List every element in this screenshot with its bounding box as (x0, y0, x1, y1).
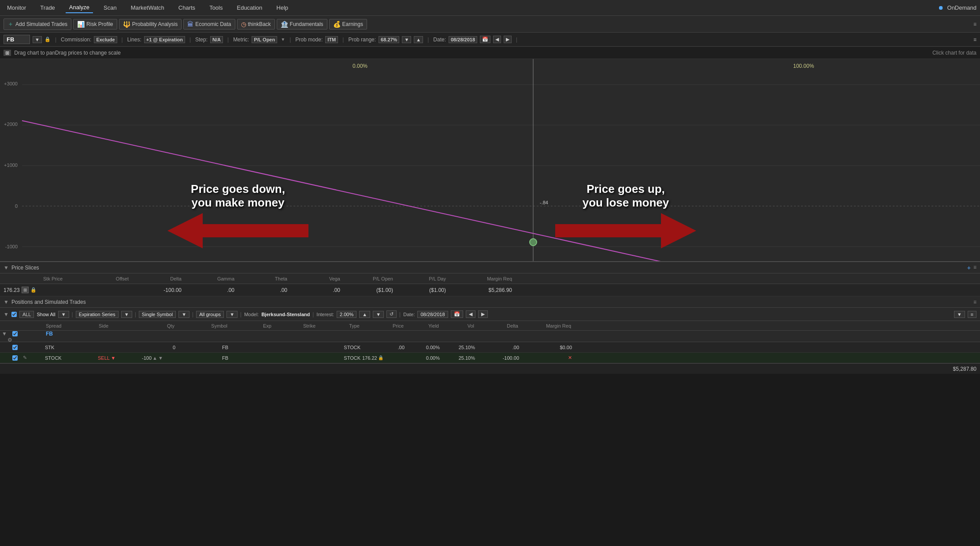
fundamentals-button[interactable]: 🏦 Fundamentals (277, 19, 327, 30)
nav-monitor[interactable]: Monitor (4, 3, 30, 13)
nav-education[interactable]: Education (233, 3, 266, 13)
pos-all-button[interactable]: ALL (19, 311, 34, 318)
date-label2: Date: (403, 312, 415, 317)
col-h-side: Side (97, 323, 141, 328)
col-h-vol: Vol (441, 323, 476, 328)
svg-marker-67 (555, 213, 696, 248)
col-h-symbol: Symbol (176, 323, 229, 328)
fb-gear-icon[interactable]: ⚙ (7, 337, 12, 343)
symbol-input[interactable] (4, 35, 30, 44)
economic-data-button[interactable]: 🏛 Economic Data (183, 19, 235, 30)
thinkback-button[interactable]: ◷ thinkBack (237, 19, 275, 30)
delta-cell: -100.00 (132, 287, 185, 293)
trade-row-2: ✎ STOCK SELL ▼ -100 ▲ ▼ FB STOCK 176.22 … (0, 353, 980, 363)
settings-menu-icon[interactable]: ≡ (973, 37, 976, 43)
probability-analysis-button[interactable]: 🔱 Probability Analysis (119, 19, 182, 30)
row2-yield: 0.00% (405, 355, 441, 361)
price-slices-table-header: Stk Price Offset Delta Gamma Theta Vega … (0, 273, 980, 284)
fb-group-label: FB (44, 331, 978, 337)
prob-range-down[interactable]: ▼ (402, 36, 411, 43)
prob-range-value[interactable]: 68.27% (379, 36, 399, 43)
col-h-qty: Qty (141, 323, 176, 328)
pos-exp-series[interactable]: Expiration Series (76, 311, 119, 318)
bottom-total-row: $5,287.80 (0, 363, 980, 374)
nav-charts[interactable]: Charts (175, 3, 199, 13)
date-nav-right[interactable]: ▶ (504, 36, 512, 43)
pos-all-groups[interactable]: All groups (196, 311, 224, 318)
fb-group-checkbox[interactable] (12, 331, 18, 336)
pos-single-symbol[interactable]: Single Symbol (139, 311, 176, 318)
row1-symbol: FB (176, 345, 229, 350)
economic-icon: 🏛 (187, 21, 193, 28)
date-nav-left[interactable]: ◀ (493, 36, 501, 43)
qty-stepper-down[interactable]: ▼ (158, 355, 163, 361)
click-hint: Click chart for data (932, 50, 976, 56)
step-value[interactable]: N/A (210, 36, 223, 43)
info-bar: ⊞ Drag chart to panDrag prices to change… (0, 47, 980, 59)
svg-text:-1000: -1000 (5, 244, 18, 249)
pos-expand-all[interactable]: ▼ (4, 311, 9, 317)
nav-marketwatch[interactable]: MarketWatch (127, 3, 168, 13)
date-left2[interactable]: ◀ (466, 310, 475, 318)
interest-down[interactable]: ▼ (373, 311, 384, 318)
prob-range-up[interactable]: ▲ (414, 36, 423, 43)
pos-toolbar-list[interactable]: ≡ (968, 311, 976, 318)
commission-value[interactable]: Exclude (94, 36, 117, 43)
nav-trade[interactable]: Trade (37, 3, 58, 13)
row2-icon1: ✎ (23, 355, 33, 361)
add-slice-button[interactable]: + (967, 264, 971, 271)
pos-dropdown1[interactable]: ▼ (58, 311, 69, 318)
fb-expand-icon[interactable]: ▼ (2, 331, 12, 337)
nav-analyze[interactable]: Analyze (66, 2, 93, 13)
svg-text:-.84: -.84 (540, 200, 548, 205)
earnings-button[interactable]: 💰 Earnings (329, 19, 367, 30)
nav-scan[interactable]: Scan (100, 3, 120, 13)
pl-day-cell: ($1.00) (397, 287, 449, 293)
pl-open-cell: ($1.00) (344, 287, 397, 293)
pos-all-checkbox[interactable] (11, 312, 17, 317)
remove-row-icon[interactable]: ✕ (568, 355, 572, 361)
interest-up[interactable]: ▲ (359, 311, 370, 318)
metric-dropdown-icon: ▼ (281, 37, 285, 42)
risk-profile-button[interactable]: 📊 Risk Profile (73, 19, 117, 30)
pos-dropdown4[interactable]: ▼ (226, 311, 238, 318)
lines-value[interactable]: +1 @ Expiration (144, 36, 185, 43)
pos-toolbar-menu[interactable]: ▼ (954, 311, 965, 318)
add-simulated-trades-button[interactable]: ＋ Add Simulated Trades (4, 18, 71, 30)
chart-area[interactable]: 0 +3000 +2000 +1000 -1000 -2000 0.00% 10… (0, 59, 980, 262)
pos-dropdown3[interactable]: ▼ (178, 311, 189, 318)
prob-mode-value[interactable]: ITM (325, 36, 338, 43)
nav-help[interactable]: Help (273, 3, 292, 13)
left-annotation-line2: you make money (191, 196, 285, 210)
svg-point-19 (530, 239, 537, 246)
toolbar-right-menu[interactable]: ≡ (973, 21, 976, 27)
plus-icon: ＋ (7, 20, 14, 28)
row2-side-dropdown[interactable]: ▼ (111, 355, 116, 361)
row2-spread: STOCK (44, 355, 97, 361)
svg-text:0: 0 (15, 203, 18, 209)
metric-value[interactable]: P/L Open (252, 36, 277, 43)
row2-checkbox[interactable] (12, 355, 18, 361)
right-annotation-line1: Price goes up, (583, 182, 669, 196)
row1-type: STOCK (317, 345, 361, 350)
date-cal-icon[interactable]: 📅 (451, 310, 463, 318)
date-right2[interactable]: ▶ (478, 310, 488, 318)
row1-yield: 0.00% (405, 345, 441, 350)
nav-tools[interactable]: Tools (206, 3, 226, 13)
date-value2[interactable]: 08/28/2018 (417, 311, 448, 318)
col-h-strike: Strike (273, 323, 317, 328)
pos-dropdown2[interactable]: ▼ (121, 311, 132, 318)
symbol-dropdown[interactable]: ▼ (33, 36, 42, 43)
col-h-type: Type (317, 323, 361, 328)
date-value[interactable]: 08/28/2018 (449, 36, 477, 43)
slice-menu-button[interactable]: ≡ (973, 264, 976, 271)
interest-reset[interactable]: ↺ (386, 310, 397, 318)
price-slices-header[interactable]: ▼ Price Slices + ≡ (0, 262, 980, 273)
date-picker-icon[interactable]: 📅 (480, 36, 490, 43)
positions-menu-icon[interactable]: ≡ (973, 299, 976, 305)
row1-checkbox[interactable] (12, 345, 18, 350)
commission-label: Commission: (61, 37, 91, 43)
interest-value[interactable]: 2.00% (337, 311, 356, 318)
stk-price-ctrl[interactable]: ⊞ (22, 287, 29, 293)
qty-stepper-up[interactable]: ▲ (152, 355, 157, 361)
